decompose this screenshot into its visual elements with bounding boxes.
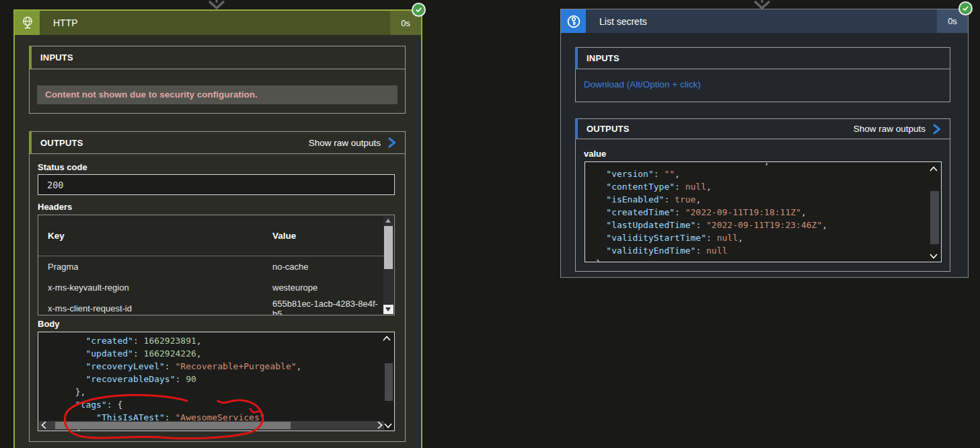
horizontal-scrollbar[interactable] bbox=[39, 421, 384, 430]
table-cell: x-ms-client-request-id bbox=[38, 303, 263, 313]
table-cell: 655b81ec-1acb-4283-8e4f-b5... bbox=[263, 299, 394, 316]
table-cell: x-ms-keyvault-region bbox=[38, 283, 263, 293]
code-content: "created": 1662923891, "updated": 166292… bbox=[38, 334, 394, 431]
code-line: "version": "", bbox=[585, 167, 941, 180]
flow-down-arrow-icon bbox=[750, 0, 774, 9]
code-line: }, bbox=[38, 385, 394, 398]
inputs-label: INPUTS bbox=[587, 53, 619, 63]
code-line: "contentType": null, bbox=[585, 180, 941, 193]
code-content: ", "version": "", "contentType": null, "… bbox=[585, 161, 941, 262]
code-line: "updated": 1662924226, bbox=[38, 347, 394, 360]
chevron-right-icon bbox=[388, 137, 396, 148]
outputs-label: OUTPUTS bbox=[40, 138, 83, 148]
table-row: Pragmano-cache bbox=[38, 256, 394, 277]
vertical-scrollbar-thumb[interactable] bbox=[385, 363, 393, 401]
status-code-field[interactable] bbox=[38, 174, 395, 195]
scroll-down-button[interactable] bbox=[383, 305, 393, 314]
horizontal-scrollbar-thumb[interactable] bbox=[55, 422, 291, 429]
outputs-section-header: OUTPUTS Show raw outputs bbox=[29, 131, 406, 154]
scroll-down-chevron-icon[interactable] bbox=[930, 254, 938, 259]
outputs-label: OUTPUTS bbox=[587, 124, 630, 134]
value-label: value bbox=[584, 149, 606, 159]
show-raw-outputs-text: Show raw outputs bbox=[854, 124, 926, 134]
card-title: HTTP bbox=[40, 11, 390, 35]
http-globe-icon bbox=[15, 11, 40, 35]
code-line: ", bbox=[585, 161, 941, 167]
code-line: "lastUpdatedTime": "2022-09-11T19:23:46Z… bbox=[585, 219, 941, 231]
body-code-viewer[interactable]: "created": 1662923891, "updated": 166292… bbox=[38, 332, 395, 431]
inputs-section-header: INPUTS bbox=[29, 46, 406, 69]
download-link[interactable]: Download (Alt/Option + click) bbox=[584, 79, 701, 89]
scroll-up-chevron-icon[interactable] bbox=[930, 166, 938, 172]
outputs-section-header: OUTPUTS Show raw outputs bbox=[575, 118, 950, 139]
code-line: "created": 1662923891, bbox=[38, 334, 394, 347]
logic-app-run-canvas: HTTP 0s INPUTS Content not shown due to … bbox=[0, 0, 980, 448]
scroll-up-chevron-icon[interactable] bbox=[383, 336, 391, 341]
action-card-list-secrets: List secrets 0s INPUTS Download (Alt/Opt… bbox=[560, 9, 969, 278]
key-vault-icon bbox=[561, 9, 586, 33]
code-line: "recoveryLevel": "Recoverable+Purgeable"… bbox=[38, 360, 394, 373]
outputs-section: OUTPUTS Show raw outputs Status code Hea… bbox=[29, 131, 406, 442]
secure-content-message: Content not shown due to security config… bbox=[37, 85, 398, 104]
show-raw-outputs-text: Show raw outputs bbox=[309, 138, 381, 148]
table-row: x-ms-keyvault-regionwesteurope bbox=[38, 277, 394, 298]
success-check-icon bbox=[958, 1, 973, 15]
scroll-down-icon bbox=[385, 307, 391, 311]
table-scrollbar[interactable] bbox=[383, 216, 393, 314]
list-secrets-card-header[interactable]: List secrets 0s bbox=[561, 9, 968, 33]
scroll-left-chevron-icon[interactable] bbox=[41, 421, 46, 429]
card-title: List secrets bbox=[586, 9, 937, 33]
inputs-section: INPUTS Content not shown due to security… bbox=[29, 46, 406, 114]
outputs-section-body: value ", "version": "", "contentType": n… bbox=[575, 139, 950, 272]
outputs-section: OUTPUTS Show raw outputs value ", "versi… bbox=[575, 118, 950, 272]
headers-table-rows: Pragmano-cachex-ms-keyvault-regionwesteu… bbox=[38, 256, 394, 315]
scroll-right-chevron-icon[interactable] bbox=[377, 421, 383, 429]
vertical-scrollbar-thumb[interactable] bbox=[930, 191, 939, 244]
show-raw-outputs-link[interactable]: Show raw outputs bbox=[309, 137, 396, 148]
flow-down-arrow-icon bbox=[204, 0, 229, 9]
value-code-viewer[interactable]: ", "version": "", "contentType": null, "… bbox=[585, 161, 942, 262]
inputs-section-body: Download (Alt/Option + click) bbox=[575, 69, 950, 102]
scroll-down-chevron-icon[interactable] bbox=[384, 423, 392, 428]
inputs-section-header: INPUTS bbox=[575, 47, 950, 69]
show-raw-outputs-link[interactable]: Show raw outputs bbox=[854, 124, 941, 135]
inputs-section-body: Content not shown due to security config… bbox=[29, 69, 406, 114]
table-row: x-ms-client-request-id655b81ec-1acb-4283… bbox=[38, 298, 394, 315]
table-cell: westeurope bbox=[263, 283, 317, 293]
scrollbar-thumb[interactable] bbox=[384, 226, 393, 269]
headers-table-header: Key Value bbox=[38, 215, 394, 256]
action-card-http: HTTP 0s INPUTS Content not shown due to … bbox=[13, 9, 422, 448]
code-line: "isEnabled": true, bbox=[585, 193, 941, 206]
column-key: Key bbox=[38, 231, 263, 241]
code-line: "createdTime": "2022-09-11T19:18:11Z", bbox=[585, 206, 941, 219]
column-value: Value bbox=[263, 231, 296, 241]
inputs-section: INPUTS Download (Alt/Option + click) bbox=[575, 47, 950, 102]
table-cell: no-cache bbox=[263, 262, 308, 272]
success-check-icon bbox=[412, 3, 426, 17]
body-label: Body bbox=[38, 319, 60, 329]
table-cell: Pragma bbox=[38, 262, 263, 272]
scroll-up-icon[interactable] bbox=[385, 219, 391, 223]
code-line: }, bbox=[585, 257, 941, 262]
inputs-label: INPUTS bbox=[40, 52, 73, 63]
chevron-right-icon bbox=[933, 124, 941, 135]
code-line: "recoverableDays": 90 bbox=[38, 373, 394, 385]
code-line: "validityEndTime": null bbox=[585, 244, 941, 257]
headers-table: Key Value Pragmano-cachex-ms-keyvault-re… bbox=[38, 215, 395, 315]
code-line: "validityStartTime": null, bbox=[585, 231, 941, 244]
http-card-header[interactable]: HTTP 0s bbox=[15, 11, 421, 35]
headers-label: Headers bbox=[38, 202, 72, 212]
outputs-section-body: Status code Headers Key Value Pragmano-c… bbox=[29, 154, 406, 442]
status-code-label: Status code bbox=[38, 162, 87, 172]
code-line: "tags": { bbox=[38, 398, 394, 411]
